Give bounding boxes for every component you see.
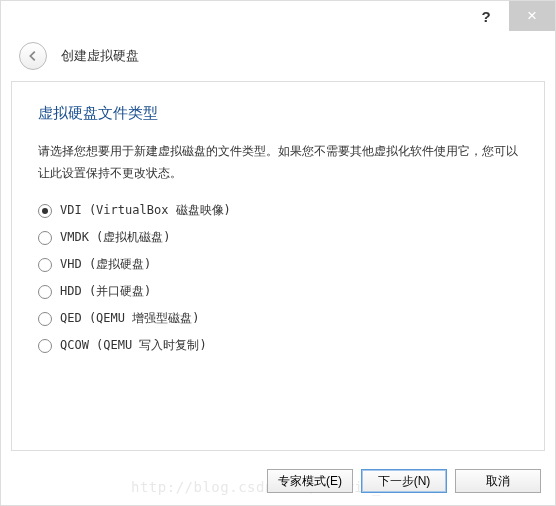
radio-option-hdd[interactable]: HDD (并口硬盘)	[38, 283, 518, 300]
disk-type-radio-group: VDI (VirtualBox 磁盘映像) VMDK (虚拟机磁盘) VHD (…	[38, 202, 518, 354]
section-description: 请选择您想要用于新建虚拟磁盘的文件类型。如果您不需要其他虚拟化软件使用它，您可以…	[38, 141, 518, 184]
radio-icon	[38, 204, 52, 218]
titlebar: ? ×	[1, 1, 555, 31]
radio-label: QCOW (QEMU 写入时复制)	[60, 337, 207, 354]
radio-icon	[38, 285, 52, 299]
radio-icon	[38, 231, 52, 245]
section-title: 虚拟硬盘文件类型	[38, 104, 518, 123]
radio-label: VDI (VirtualBox 磁盘映像)	[60, 202, 231, 219]
close-button[interactable]: ×	[509, 1, 555, 31]
radio-label: HDD (并口硬盘)	[60, 283, 151, 300]
expert-mode-button[interactable]: 专家模式(E)	[267, 469, 353, 493]
radio-icon	[38, 312, 52, 326]
arrow-left-icon	[26, 49, 40, 63]
page-title: 创建虚拟硬盘	[61, 47, 139, 65]
content-panel: 虚拟硬盘文件类型 请选择您想要用于新建虚拟磁盘的文件类型。如果您不需要其他虚拟化…	[11, 81, 545, 451]
radio-icon	[38, 258, 52, 272]
help-button[interactable]: ?	[463, 1, 509, 31]
back-button[interactable]	[19, 42, 47, 70]
radio-label: QED (QEMU 增强型磁盘)	[60, 310, 199, 327]
radio-option-vmdk[interactable]: VMDK (虚拟机磁盘)	[38, 229, 518, 246]
next-button[interactable]: 下一步(N)	[361, 469, 447, 493]
footer-buttons: 专家模式(E) 下一步(N) 取消	[267, 469, 541, 493]
radio-option-qcow[interactable]: QCOW (QEMU 写入时复制)	[38, 337, 518, 354]
radio-label: VMDK (虚拟机磁盘)	[60, 229, 171, 246]
wizard-header: 创建虚拟硬盘	[1, 31, 555, 81]
radio-option-vhd[interactable]: VHD (虚拟硬盘)	[38, 256, 518, 273]
radio-option-vdi[interactable]: VDI (VirtualBox 磁盘映像)	[38, 202, 518, 219]
radio-icon	[38, 339, 52, 353]
radio-option-qed[interactable]: QED (QEMU 增强型磁盘)	[38, 310, 518, 327]
cancel-button[interactable]: 取消	[455, 469, 541, 493]
radio-label: VHD (虚拟硬盘)	[60, 256, 151, 273]
